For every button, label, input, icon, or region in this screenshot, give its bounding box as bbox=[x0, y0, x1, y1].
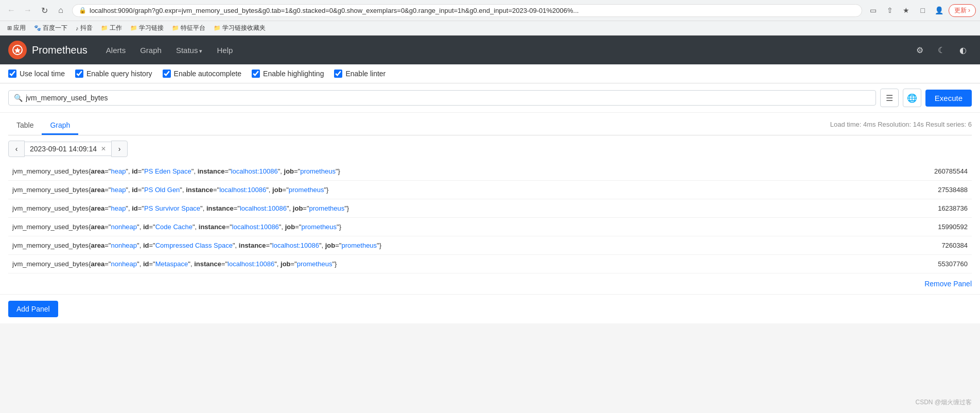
theme-moon-button[interactable]: ☾ bbox=[933, 41, 950, 59]
label-key: id bbox=[143, 223, 149, 231]
folder3-icon: 📁 bbox=[172, 25, 179, 31]
label-val: nonheap bbox=[111, 242, 137, 249]
metric-cell: jvm_memory_used_bytes{area="heap", id="P… bbox=[8, 199, 910, 218]
settings-bar: Use local time Enable query history Enab… bbox=[0, 64, 980, 83]
metric-name: jvm_memory_used_bytes bbox=[12, 223, 89, 231]
enable-autocomplete-checkbox[interactable] bbox=[163, 70, 171, 78]
add-panel-button[interactable]: Add Panel bbox=[8, 301, 58, 317]
bookmark-apps[interactable]: ⊞ 应用 bbox=[4, 23, 29, 33]
bookmark-platform[interactable]: 📁 特征平台 bbox=[169, 23, 208, 33]
use-local-time-toggle[interactable]: Use local time bbox=[8, 70, 65, 78]
label-key: instance bbox=[206, 204, 234, 212]
enable-query-history-toggle[interactable]: Enable query history bbox=[75, 70, 152, 78]
nav-graph[interactable]: Graph bbox=[134, 42, 168, 59]
tabs: Table Graph bbox=[8, 117, 78, 135]
label-key: job bbox=[325, 242, 336, 249]
baidu-icon: 🐾 bbox=[34, 25, 41, 31]
nav-alerts[interactable]: Alerts bbox=[100, 42, 132, 59]
metric-name: jvm_memory_used_bytes bbox=[12, 167, 89, 175]
share-button[interactable]: ⇧ bbox=[883, 3, 897, 18]
label-val: localhost:10086 bbox=[240, 204, 287, 212]
label-val: localhost:10086 bbox=[232, 223, 279, 231]
nav-buttons: ← → ↻ ⌂ bbox=[4, 3, 68, 18]
enable-highlighting-toggle[interactable]: Enable highlighting bbox=[252, 70, 324, 78]
bookmarks-bar: ⊞ 应用 🐾 百度一下 ♪ 抖音 📁 工作 📁 学习链接 📁 特征平台 📁 学习… bbox=[0, 21, 980, 36]
settings-button[interactable]: ⚙ bbox=[911, 41, 929, 59]
enable-linter-checkbox[interactable] bbox=[334, 70, 342, 78]
search-icon: 🔍 bbox=[14, 94, 23, 102]
metric-name: jvm_memory_used_bytes bbox=[12, 242, 89, 249]
label-val: nonheap bbox=[111, 260, 137, 268]
prometheus-logo-icon bbox=[8, 41, 27, 59]
label-val: PS Eden Space bbox=[144, 167, 191, 175]
folder4-icon: 📁 bbox=[214, 25, 221, 31]
label-val: prometheus bbox=[341, 242, 377, 249]
bookmark-douyin[interactable]: ♪ 抖音 bbox=[73, 23, 96, 33]
use-local-time-checkbox[interactable] bbox=[8, 70, 16, 78]
query-input[interactable] bbox=[26, 94, 870, 102]
label-key: instance bbox=[239, 242, 266, 249]
remove-panel-link[interactable]: Remove Panel bbox=[924, 280, 972, 288]
sidebar-toggle[interactable]: □ bbox=[916, 3, 930, 18]
label-key: job bbox=[285, 223, 295, 231]
profile-button[interactable]: 👤 bbox=[932, 3, 947, 18]
folder1-icon: 📁 bbox=[101, 25, 108, 31]
cast-button[interactable]: ▭ bbox=[866, 3, 881, 18]
globe-icon: 🌐 bbox=[907, 93, 917, 103]
tab-graph[interactable]: Graph bbox=[42, 117, 78, 135]
use-local-time-label: Use local time bbox=[20, 70, 65, 78]
label-key: job bbox=[293, 204, 303, 212]
label-val: localhost:10086 bbox=[219, 186, 266, 194]
label-val: prometheus bbox=[309, 204, 345, 212]
tab-table[interactable]: Table bbox=[8, 117, 42, 135]
query-bar: 🔍 ☰ 🌐 Execute bbox=[0, 83, 980, 113]
bookmark-baidu[interactable]: 🐾 百度一下 bbox=[31, 23, 71, 33]
label-val: heap bbox=[111, 167, 126, 175]
forward-button[interactable]: → bbox=[21, 3, 35, 18]
address-bar[interactable]: 🔒 localhost:9090/graph?g0.expr=jvm_memor… bbox=[72, 4, 862, 17]
metric-value: 7260384 bbox=[910, 236, 972, 255]
label-val: prometheus bbox=[289, 186, 324, 194]
enable-query-history-label: Enable query history bbox=[86, 70, 152, 78]
format-button[interactable]: ☰ bbox=[880, 89, 899, 107]
globe-button[interactable]: 🌐 bbox=[903, 89, 921, 107]
table-row: jvm_memory_used_bytes{area="nonheap", id… bbox=[8, 255, 972, 273]
home-button[interactable]: ⌂ bbox=[54, 3, 68, 18]
update-button[interactable]: 更新 › bbox=[949, 4, 976, 17]
table-row: jvm_memory_used_bytes{area="heap", id="P… bbox=[8, 199, 972, 218]
bookmark-favorites-label: 学习链接收藏夹 bbox=[222, 24, 266, 32]
label-val: prometheus bbox=[300, 167, 336, 175]
bookmark-study-links[interactable]: 📁 学习链接 bbox=[127, 23, 167, 33]
label-val: Metaspace bbox=[155, 260, 188, 268]
label-key: id bbox=[132, 204, 138, 212]
nav-status[interactable]: Status bbox=[170, 42, 209, 59]
query-input-wrapper[interactable]: 🔍 bbox=[8, 90, 876, 106]
label-key: id bbox=[143, 242, 149, 249]
reload-button[interactable]: ↻ bbox=[37, 3, 51, 18]
time-prev-button[interactable]: ‹ bbox=[8, 141, 25, 157]
browser-chrome: ← → ↻ ⌂ 🔒 localhost:9090/graph?g0.expr=j… bbox=[0, 0, 980, 21]
bookmark-button[interactable]: ★ bbox=[899, 3, 914, 18]
label-val: heap bbox=[111, 204, 126, 212]
execute-button[interactable]: Execute bbox=[925, 90, 972, 107]
prometheus-title: Prometheus bbox=[32, 44, 87, 56]
time-clear-button[interactable]: ✕ bbox=[101, 145, 106, 152]
metric-cell: jvm_memory_used_bytes{area="nonheap", id… bbox=[8, 218, 910, 236]
url-text: localhost:9090/graph?g0.expr=jvm_memory_… bbox=[90, 7, 855, 14]
enable-query-history-checkbox[interactable] bbox=[75, 70, 83, 78]
bookmark-favorites[interactable]: 📁 学习链接收藏夹 bbox=[211, 23, 269, 33]
enable-linter-toggle[interactable]: Enable linter bbox=[334, 70, 386, 78]
label-val: nonheap bbox=[111, 223, 137, 231]
nav-help[interactable]: Help bbox=[211, 42, 239, 59]
label-val: prometheus bbox=[301, 223, 337, 231]
theme-dark-button[interactable]: ◐ bbox=[954, 41, 972, 59]
bookmark-work[interactable]: 📁 工作 bbox=[98, 23, 125, 33]
metric-value: 16238736 bbox=[910, 199, 972, 218]
back-button[interactable]: ← bbox=[4, 3, 19, 18]
time-next-button[interactable]: › bbox=[111, 141, 128, 157]
metric-cell: jvm_memory_used_bytes{area="nonheap", id… bbox=[8, 255, 910, 273]
enable-autocomplete-toggle[interactable]: Enable autocomplete bbox=[163, 70, 242, 78]
tabs-bar: Table Graph Load time: 4ms Resolution: 1… bbox=[8, 113, 972, 135]
bookmark-baidu-label: 百度一下 bbox=[43, 24, 67, 32]
enable-highlighting-checkbox[interactable] bbox=[252, 70, 260, 78]
